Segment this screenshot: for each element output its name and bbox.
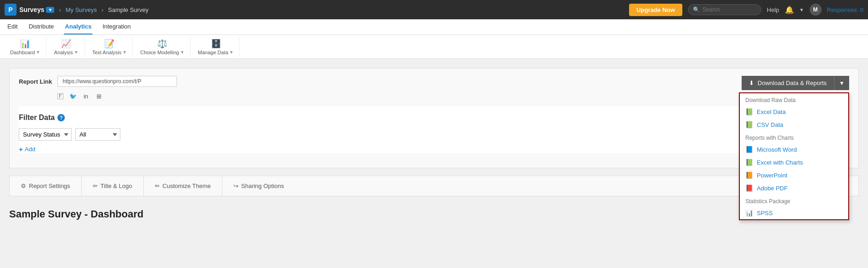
nav-integration[interactable]: Integration — [102, 19, 131, 34]
choice-modelling-caret[interactable]: ▼ — [180, 50, 185, 55]
bell-icon[interactable]: 🔔 — [785, 6, 794, 14]
surveys-caret[interactable]: ▼ — [46, 7, 54, 13]
search-box[interactable]: 🔍 — [688, 4, 761, 15]
main-content: Report Link 🇫 🐦 in ⊞ ⬇ Download Data & R… — [0, 59, 868, 243]
dropdown-item-powerpoint[interactable]: 📙 PowerPoint — [740, 169, 848, 182]
spss-label: SPSS — [757, 210, 773, 217]
filter-row: Survey Status Complete Incomplete All Co… — [19, 128, 849, 141]
nav-distribute[interactable]: Distribute — [28, 19, 55, 34]
search-icon: 🔍 — [693, 6, 700, 13]
download-caret-button[interactable]: ▼ — [834, 76, 849, 90]
dropdown-item-excel-charts[interactable]: 📗 Excel with Charts — [740, 156, 848, 169]
dashboard-caret[interactable]: ▼ — [36, 50, 40, 55]
toolbar-manage-data-label: Manage Data — [198, 50, 228, 55]
pdf-icon: 📕 — [745, 184, 753, 192]
tab-report-settings[interactable]: ⚙ Report Settings — [10, 176, 82, 196]
twitter-icon[interactable]: 🐦 — [68, 91, 78, 101]
report-link-input[interactable] — [57, 76, 177, 87]
ppt-icon: 📙 — [745, 171, 753, 179]
text-analysis-icon: 📝 — [104, 39, 114, 49]
plus-icon: + — [19, 145, 23, 153]
text-analysis-caret[interactable]: ▼ — [122, 50, 127, 55]
dropdown-item-excel-data[interactable]: 📗 Excel Data — [740, 105, 848, 118]
all-select[interactable]: All Complete Incomplete Partial — [75, 128, 120, 141]
linkedin-icon[interactable]: in — [81, 91, 91, 101]
social-icons-row: 🇫 🐦 in ⊞ — [56, 91, 849, 101]
dropdown-item-word[interactable]: 📘 Microsoft Word — [740, 143, 848, 156]
dropdown-section-stats: Statistics Package — [740, 194, 848, 206]
analysis-icon: 📈 — [61, 39, 71, 49]
csv-data-label: CSV Data — [757, 121, 783, 128]
top-nav: P Surveys ▼ › My Surveys › Sample Survey… — [0, 0, 868, 19]
toolbar-choice-modelling-label: Choice Modelling — [140, 50, 179, 55]
toolbar-manage-data[interactable]: 🗄️ Manage Data ▼ — [193, 37, 240, 57]
tab-customize-theme-label: Customize Theme — [163, 182, 211, 189]
toolbar: 📊 Dashboard ▼ 📈 Analysis ▼ 📝 Text Analys… — [0, 35, 868, 59]
toolbar-dashboard[interactable]: 📊 Dashboard ▼ — [5, 37, 46, 57]
spss-icon: 📊 — [745, 209, 753, 217]
breadcrumb-sep2: › — [102, 6, 103, 13]
filter-section: Filter Data ? Survey Status Complete Inc… — [19, 106, 849, 153]
manage-data-icon: 🗄️ — [211, 39, 221, 49]
responses-badge: Responses: 0 — [827, 6, 864, 13]
download-dropdown: Download Raw Data 📗 Excel Data 📗 CSV Dat… — [739, 92, 849, 220]
filter-title-text: Filter Data — [19, 114, 55, 122]
tab-sharing-options[interactable]: ↪ Sharing Options — [222, 176, 295, 196]
app-name: Surveys — [19, 6, 44, 13]
pdf-label: Adobe PDF — [757, 185, 788, 192]
excel-data-icon: 📗 — [745, 108, 753, 115]
bottom-tabs: ⚙ Report Settings ✏ Title & Logo ✏ Custo… — [9, 176, 859, 196]
nav-caret[interactable]: ▼ — [800, 7, 804, 12]
avatar[interactable]: M — [810, 4, 822, 16]
analysis-caret[interactable]: ▼ — [74, 50, 79, 55]
dropdown-item-pdf[interactable]: 📕 Adobe PDF — [740, 182, 848, 194]
toolbar-dashboard-label: Dashboard — [10, 50, 35, 55]
dropdown-item-spss[interactable]: 📊 SPSS — [740, 206, 848, 219]
customize-theme-icon: ✏ — [155, 182, 160, 189]
nav-analytics[interactable]: Analytics — [64, 19, 92, 34]
csv-data-icon: 📗 — [745, 121, 753, 128]
search-input[interactable] — [703, 6, 758, 13]
toolbar-analysis[interactable]: 📈 Analysis ▼ — [48, 37, 85, 57]
download-icon: ⬇ — [749, 80, 754, 86]
filter-info-icon[interactable]: ? — [57, 114, 65, 121]
dashboard-icon: 📊 — [20, 39, 30, 49]
tab-report-settings-label: Report Settings — [29, 182, 70, 189]
excel-charts-label: Excel with Charts — [757, 159, 803, 166]
help-link[interactable]: Help — [767, 6, 779, 13]
nav-edit[interactable]: Edit — [6, 19, 18, 34]
add-filter-button[interactable]: + Add — [19, 145, 35, 153]
ppt-label: PowerPoint — [757, 172, 787, 179]
report-settings-icon: ⚙ — [21, 182, 26, 189]
toolbar-text-analysis[interactable]: 📝 Text Analysis ▼ — [87, 37, 133, 57]
download-label: Download Data & Reports — [758, 80, 827, 86]
survey-status-select[interactable]: Survey Status Complete Incomplete — [19, 128, 72, 141]
tab-sharing-options-label: Sharing Options — [241, 182, 284, 189]
app-logo[interactable]: P — [5, 4, 17, 16]
breadcrumb-sep: › — [59, 6, 61, 13]
secondary-nav: Edit Distribute Analytics Integration — [0, 19, 868, 35]
title-logo-icon: ✏ — [93, 182, 98, 189]
tab-title-logo[interactable]: ✏ Title & Logo — [82, 176, 144, 196]
breadcrumb-current: Sample Survey — [108, 6, 148, 13]
facebook-icon[interactable]: 🇫 — [56, 91, 65, 101]
breadcrumb-parent[interactable]: My Surveys — [66, 6, 97, 13]
dropdown-item-csv-data[interactable]: 📗 CSV Data — [740, 118, 848, 131]
tab-customize-theme[interactable]: ✏ Customize Theme — [144, 176, 222, 196]
filter-title: Filter Data ? — [19, 114, 849, 122]
download-data-reports-button[interactable]: ⬇ Download Data & Reports — [742, 76, 834, 90]
upgrade-button[interactable]: Upgrade Now — [629, 4, 682, 16]
dropdown-section-charts: Reports with Charts — [740, 131, 848, 143]
report-link-label: Report Link — [19, 78, 52, 85]
word-icon: 📘 — [745, 146, 753, 153]
sharing-options-icon: ↪ — [233, 182, 238, 189]
surveys-menu[interactable]: Surveys ▼ — [19, 6, 54, 13]
dropdown-section-raw-data: Download Raw Data — [740, 93, 848, 105]
qr-icon[interactable]: ⊞ — [94, 91, 103, 101]
report-link-row: Report Link — [19, 76, 849, 87]
manage-data-caret[interactable]: ▼ — [229, 50, 234, 55]
toolbar-choice-modelling[interactable]: ⚖️ Choice Modelling ▼ — [135, 37, 190, 57]
excel-data-label: Excel Data — [757, 108, 786, 115]
toolbar-text-analysis-label: Text Analysis — [92, 50, 122, 55]
tab-title-logo-label: Title & Logo — [101, 182, 132, 189]
